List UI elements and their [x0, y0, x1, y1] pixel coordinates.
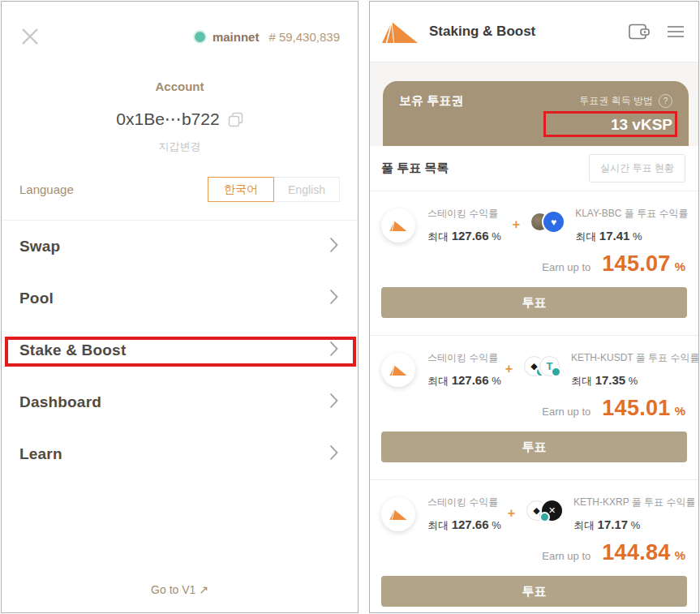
staking-yield-label: 스테이킹 수익률	[427, 207, 513, 221]
pool-vote-max-value: 17.17	[598, 517, 629, 531]
earn-up-to-value: 144.84	[602, 540, 670, 565]
voting-power-balance: 13 vKSP	[399, 116, 672, 134]
earn-up-to-value: 145.07	[602, 251, 670, 276]
percent-sign: %	[675, 548, 685, 562]
network-name: mainnet	[213, 30, 260, 44]
menu-item-label: Stake & Boost	[19, 341, 126, 359]
staking-max-value: 127.66	[452, 373, 489, 387]
vote-button-keth-kxrp[interactable]: 투표	[381, 576, 687, 607]
change-wallet-link[interactable]: 지갑변경	[2, 140, 358, 154]
percent-sign: %	[492, 230, 501, 243]
menu-item-dashboard[interactable]: Dashboard	[2, 376, 358, 428]
staking-yield-label: 스테이킹 수익률	[427, 351, 505, 365]
earn-up-to-label: Earn up to	[542, 261, 590, 273]
staking-yield-label: 스테이킹 수익률	[427, 496, 508, 509]
wallet-address-row: 0x1Be⋯b722	[2, 109, 358, 129]
staking-max-value: 127.66	[452, 229, 489, 243]
max-label: 최대	[427, 519, 449, 531]
pool-vote-yield-label: KETH-KUSDT 풀 투표 수익률	[571, 351, 687, 365]
percent-sign: %	[675, 404, 685, 418]
pool-vote-card-keth-kxrp: 스테이킹 수익률 최대 127.66 % + ◆ ✕ KETH-KXRP 풀 투…	[370, 480, 698, 613]
chevron-right-icon	[329, 289, 338, 308]
chevron-right-icon	[329, 444, 338, 464]
drawer-header: mainnet # 59,430,839	[2, 2, 358, 49]
language-toggle: 한국어 English	[208, 177, 340, 202]
page-body: 보유 투표권 투표권 획득 방법 ? 13 vKSP 풀 투표 목록 실시간 투…	[370, 62, 698, 612]
percent-sign: %	[633, 230, 642, 243]
percent-sign: %	[492, 375, 501, 387]
menu-item-pool[interactable]: Pool	[2, 273, 358, 324]
pool-list-header: 풀 투표 목록 실시간 투표 현황	[370, 146, 698, 191]
vote-button-keth-kusdt[interactable]: 투표	[381, 432, 687, 462]
menu-item-stake-boost[interactable]: Stake & Boost	[2, 324, 358, 376]
voting-power-banner: 보유 투표권 투표권 획득 방법 ? 13 vKSP	[383, 81, 689, 146]
page-title: Staking & Boost	[429, 24, 629, 40]
menu-item-label: Dashboard	[19, 393, 101, 411]
max-label: 최대	[571, 375, 592, 387]
block-number: # 59,430,839	[268, 30, 340, 44]
menu-item-label: Pool	[19, 290, 54, 307]
how-to-get-votes-link[interactable]: 투표권 획득 방법 ?	[579, 94, 672, 108]
earn-up-to-row: Earn up to145.07%	[381, 251, 687, 277]
pool-vote-max-value: 17.41	[599, 229, 630, 243]
chevron-right-icon	[329, 341, 338, 360]
klayswap-logo	[381, 19, 419, 45]
network-indicator: mainnet # 59,430,839	[195, 30, 340, 44]
pool-list-title: 풀 투표 목록	[381, 161, 449, 176]
menu-item-label: Swap	[19, 238, 60, 255]
menu-item-learn[interactable]: Learn	[2, 428, 358, 480]
live-vote-status-button[interactable]: 실시간 투표 현황	[589, 154, 685, 182]
language-row: Language 한국어 English	[2, 177, 358, 202]
klayswap-badge-icon	[381, 208, 415, 243]
plus-icon: +	[508, 506, 515, 521]
voting-power-title: 보유 투표권	[399, 93, 463, 109]
main-menu: Swap Pool Stake & Boost Dashboard Learn	[2, 221, 358, 480]
pool-vote-sheet: 풀 투표 목록 실시간 투표 현황 스테이킹 수익률 최대 127.66 % +	[370, 146, 698, 612]
language-korean-button[interactable]: 한국어	[208, 177, 274, 202]
percent-sign: %	[629, 375, 638, 387]
how-to-get-votes-label: 투표권 획득 방법	[579, 94, 653, 108]
percent-sign: %	[675, 260, 685, 273]
wallet-menu-panel: mainnet # 59,430,839 Account 0x1Be⋯b722 …	[1, 1, 359, 613]
plus-icon: +	[505, 362, 513, 376]
token-icon-kusdt: T	[539, 356, 560, 376]
token-pair-icons: ◆ ✕	[526, 500, 562, 521]
staking-boost-panel: Staking & Boost 보유 투표권 투표권 획득 방법 ? 13 vK…	[369, 1, 699, 613]
pool-vote-card-keth-kusdt: 스테이킹 수익률 최대 127.66 % + ◆ T KETH-KUSDT 풀 …	[370, 336, 698, 480]
token-pair-icons: ◆ T	[524, 356, 560, 376]
language-label: Language	[19, 182, 74, 196]
go-to-v1-link[interactable]: Go to V1 ↗	[2, 583, 358, 596]
klayswap-badge-icon	[381, 497, 415, 531]
max-label: 최대	[427, 230, 449, 243]
language-english-button[interactable]: English	[273, 177, 340, 202]
wallet-address: 0x1Be⋯b722	[116, 109, 219, 129]
max-label: 최대	[575, 230, 596, 243]
chevron-right-icon	[329, 237, 338, 256]
help-icon[interactable]: ?	[659, 94, 672, 108]
network-status-dot	[195, 32, 205, 42]
account-title: Account	[2, 79, 358, 93]
earn-up-to-label: Earn up to	[542, 550, 590, 562]
max-label: 최대	[573, 519, 595, 531]
close-icon[interactable]	[18, 24, 42, 49]
percent-sign: %	[492, 519, 501, 531]
pool-vote-card-klay-bbc: 스테이킹 수익률 최대 127.66 % + ♥ KLAY-BBC 풀 투표 수…	[370, 191, 698, 336]
chevron-right-icon	[329, 393, 338, 412]
vote-button-klay-bbc[interactable]: 투표	[381, 287, 687, 318]
wallet-icon[interactable]	[629, 24, 650, 40]
pool-vote-max-value: 17.35	[595, 373, 626, 387]
app-header: Staking & Boost	[370, 2, 698, 62]
earn-up-to-row: Earn up to144.84%	[381, 540, 687, 565]
earn-up-to-value: 145.01	[602, 396, 670, 420]
pool-vote-yield-label: KETH-KXRP 풀 투표 수익률	[573, 496, 687, 509]
klayswap-badge-icon	[381, 353, 415, 387]
token-icon-bbc: ♥	[543, 212, 564, 232]
token-icon-kxrp: ✕	[542, 500, 562, 521]
earn-up-to-label: Earn up to	[542, 406, 590, 418]
hamburger-menu-icon[interactable]	[668, 26, 684, 37]
staking-max-value: 127.66	[452, 517, 489, 531]
copy-address-icon[interactable]	[228, 112, 243, 127]
max-label: 최대	[427, 375, 449, 387]
menu-item-swap[interactable]: Swap	[2, 221, 358, 273]
token-pair-icons: ♥	[531, 212, 564, 232]
